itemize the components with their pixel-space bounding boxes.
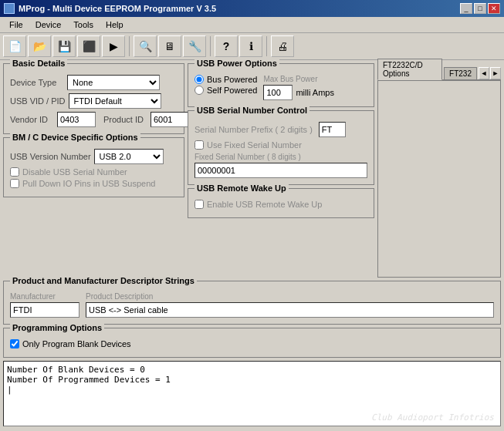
print-button[interactable]: 🖨 bbox=[271, 35, 294, 57]
window-title: MProg - Multi Device EEPROM Programmer V… bbox=[19, 4, 216, 13]
search-button[interactable]: 🔍 bbox=[134, 35, 157, 57]
bm-c-options-group: BM / C Device Specific Options USB Versi… bbox=[3, 137, 184, 197]
new-button[interactable]: 📄 bbox=[3, 35, 26, 57]
fixed-number-input[interactable] bbox=[194, 163, 367, 178]
product-descriptor-group: Product and Manufacturer Descriptor Stri… bbox=[3, 281, 501, 325]
usb-serial-group: USB Serial Number Control Serial Number … bbox=[188, 110, 374, 185]
programming-options-group: Programming Options Only Program Blank D… bbox=[3, 328, 501, 358]
menu-device[interactable]: Device bbox=[29, 19, 68, 31]
toolbar-sep-2 bbox=[210, 36, 211, 56]
main-content: Basic Details Device Type None FT232BM F… bbox=[0, 60, 504, 429]
disable-serial-checkbox[interactable] bbox=[10, 167, 19, 177]
usb-remote-wake-group: USB Remote Wake Up Enable USB Remote Wak… bbox=[188, 188, 374, 218]
tab-content bbox=[377, 80, 501, 278]
tool-button[interactable]: 🔧 bbox=[183, 35, 206, 57]
help1-button[interactable]: ? bbox=[215, 35, 238, 57]
vendor-id-label: Vendor ID bbox=[10, 115, 52, 124]
tab-next-button[interactable]: ► bbox=[490, 67, 501, 79]
title-bar: MProg - Multi Device EEPROM Programmer V… bbox=[0, 0, 504, 17]
menu-tools[interactable]: Tools bbox=[67, 19, 100, 31]
manufacturer-label: Manufacturer bbox=[10, 292, 79, 301]
max-bus-power-label: Max Bus Power bbox=[263, 75, 334, 83]
prefix-input[interactable] bbox=[319, 122, 346, 137]
open-button[interactable]: 📂 bbox=[28, 35, 51, 57]
tab-ft232[interactable]: FT232 bbox=[444, 67, 477, 79]
product-desc-input[interactable] bbox=[86, 302, 494, 318]
only-blank-label: Only Program Blank Devices bbox=[22, 339, 131, 349]
usb-vid-pid-select[interactable]: FTDI Default Custom bbox=[69, 93, 161, 109]
toolbar: 📄 📂 💾 ⬛ ▶ 🔍 🖥 🔧 ? ℹ 🖨 bbox=[0, 33, 504, 60]
programming-options-title: Programming Options bbox=[10, 323, 104, 332]
log-panel: Number Of Blank Devices = 0 Number Of Pr… bbox=[3, 361, 501, 426]
save-button[interactable]: 💾 bbox=[52, 35, 76, 57]
prefix-label: Serial Number Prefix ( 2 digits ) bbox=[194, 125, 313, 134]
toolbar-sep-1 bbox=[129, 36, 130, 56]
enable-wake-label: Enable USB Remote Wake Up bbox=[207, 200, 322, 209]
pull-down-checkbox[interactable] bbox=[10, 179, 19, 188]
close-button[interactable]: ✕ bbox=[488, 3, 500, 14]
window-controls: _ □ ✕ bbox=[460, 3, 500, 14]
usb-serial-title: USB Serial Number Control bbox=[194, 106, 310, 115]
only-blank-checkbox[interactable] bbox=[10, 339, 19, 349]
tab-ft2232[interactable]: FT2232C/D Options bbox=[377, 59, 442, 80]
right-tab-panel: FT2232C/D Options FT232 ◄ ► bbox=[377, 63, 501, 278]
usb-power-group: USB Power Options Bus Powered Self Power… bbox=[188, 63, 374, 107]
menu-help[interactable]: Help bbox=[100, 19, 130, 31]
usb-version-label: USB Version Number bbox=[10, 152, 91, 161]
bus-powered-label: Bus Powered bbox=[207, 75, 257, 84]
usb-vid-pid-label: USB VID / PID bbox=[10, 96, 66, 106]
bm-c-options-title: BM / C Device Specific Options bbox=[10, 133, 140, 142]
log-cursor: | bbox=[7, 385, 497, 395]
vendor-id-input[interactable] bbox=[57, 112, 96, 127]
enable-wake-checkbox[interactable] bbox=[194, 200, 204, 209]
disable-serial-label: Disable USB Serial Number bbox=[22, 167, 127, 177]
milli-amps-label: milli Amps bbox=[296, 88, 334, 97]
run-button[interactable]: ▶ bbox=[102, 35, 125, 57]
self-powered-label: Self Powered bbox=[207, 86, 257, 95]
device-type-label: Device Type bbox=[10, 78, 64, 87]
use-fixed-checkbox[interactable] bbox=[194, 140, 204, 150]
device-button[interactable]: 🖥 bbox=[158, 35, 181, 57]
product-id-label: Product ID bbox=[103, 115, 146, 124]
usb-power-title: USB Power Options bbox=[194, 59, 279, 68]
menu-bar: File Device Tools Help bbox=[0, 17, 504, 33]
manufacturer-input[interactable] bbox=[10, 302, 79, 318]
usb-remote-wake-title: USB Remote Wake Up bbox=[194, 184, 289, 193]
app-icon bbox=[4, 3, 15, 14]
log-line-1: Number Of Blank Devices = 0 bbox=[7, 365, 497, 375]
fixed-number-label: Fixed Serial Number ( 8 digits ) bbox=[194, 153, 367, 161]
bus-powered-radio[interactable] bbox=[194, 75, 204, 84]
maximize-button[interactable]: □ bbox=[474, 3, 486, 14]
pull-down-label: Pull Down IO Pins in USB Suspend bbox=[22, 179, 155, 188]
minimize-button[interactable]: _ bbox=[460, 3, 472, 14]
tab-prev-button[interactable]: ◄ bbox=[479, 67, 489, 79]
max-bus-power-input[interactable] bbox=[263, 85, 293, 100]
help2-button[interactable]: ℹ bbox=[239, 35, 262, 57]
product-desc-label: Product Description bbox=[86, 292, 494, 301]
product-id-input[interactable] bbox=[151, 112, 189, 127]
log-line-2: Number Of Programmed Devices = 1 bbox=[7, 375, 497, 385]
stop-button[interactable]: ⬛ bbox=[77, 35, 100, 57]
use-fixed-label: Use Fixed Serial Number bbox=[207, 140, 302, 150]
watermark: Club Audioport Infotrios bbox=[371, 412, 494, 423]
product-descriptor-title: Product and Manufacturer Descriptor Stri… bbox=[10, 276, 197, 285]
device-type-select[interactable]: None FT232BM FT232R bbox=[67, 75, 160, 90]
basic-details-group: Basic Details Device Type None FT232BM F… bbox=[3, 63, 184, 134]
toolbar-sep-3 bbox=[266, 36, 267, 56]
self-powered-radio[interactable] bbox=[194, 86, 204, 95]
usb-version-select[interactable]: USB 1.1 USB 2.0 bbox=[94, 149, 164, 164]
menu-file[interactable]: File bbox=[3, 19, 29, 31]
basic-details-title: Basic Details bbox=[10, 59, 67, 68]
tab-bar: FT2232C/D Options FT232 ◄ ► bbox=[377, 63, 501, 80]
